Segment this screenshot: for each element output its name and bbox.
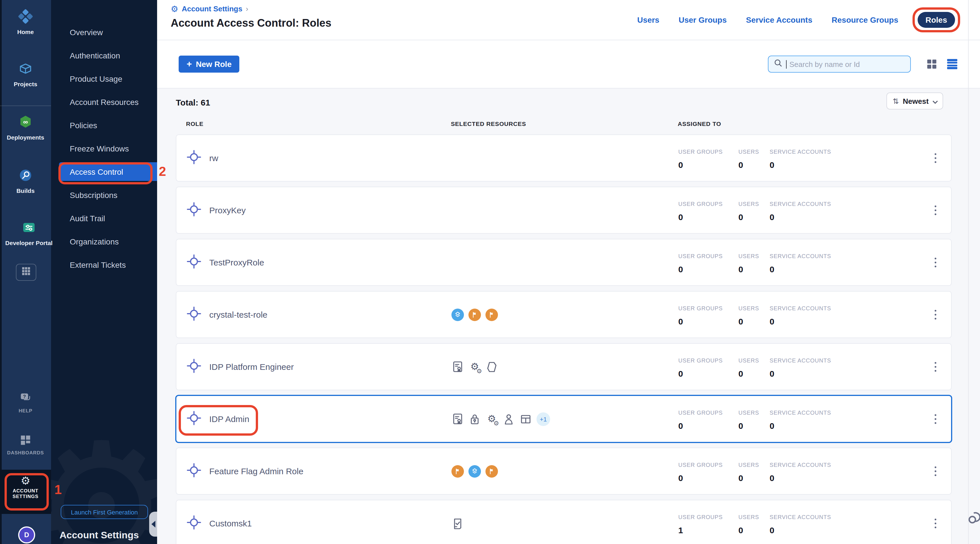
template-icon: [485, 361, 498, 373]
app-window: Home Projects ∞ Deployments Builds Devel…: [0, 0, 980, 544]
file-certificate-icon: [452, 361, 464, 373]
rail-label-projects: Projects: [14, 81, 37, 87]
service-accounts-count: 0: [770, 369, 775, 379]
role-card[interactable]: Feature Flag Admin Role USER GROUPS 0 US…: [176, 448, 951, 495]
role-card[interactable]: Customsk1 USER GROUPS 1 USERS 0 SERVICE …: [176, 500, 951, 544]
tab-user-groups[interactable]: User Groups: [679, 15, 727, 24]
row-actions-menu[interactable]: [932, 464, 939, 479]
row-actions-menu[interactable]: [932, 412, 939, 426]
user-groups-label: USER GROUPS: [678, 514, 723, 520]
role-card[interactable]: rw USER GROUPS 0 USERS 0 SERVICE ACCOUNT…: [176, 134, 951, 181]
row-actions-menu[interactable]: [932, 255, 939, 270]
user-avatar[interactable]: D: [18, 527, 35, 544]
account-settings-gear-icon: ⚙: [21, 476, 30, 486]
sidebar-item-policies[interactable]: Policies: [51, 113, 157, 137]
svg-text:∞: ∞: [23, 118, 28, 126]
grid-view-button[interactable]: [927, 59, 937, 69]
left-rail: Home Projects ∞ Deployments Builds Devel…: [0, 0, 51, 544]
roles-toolbar: + New Role: [157, 40, 980, 89]
role-cell: Feature Flag Admin Role: [186, 448, 304, 494]
role-card[interactable]: ProxyKey USER GROUPS 0 USERS 0 SERVICE A…: [176, 187, 951, 234]
developer-portal-icon: [22, 220, 36, 237]
overflow-count-badge: +1: [536, 412, 550, 426]
launch-first-generation-button[interactable]: Launch First Generation: [61, 505, 148, 519]
rail-item-developer-portal[interactable]: Developer Portal: [0, 220, 58, 246]
user-groups-count: 0: [678, 317, 683, 326]
role-cell: IDP Admin: [186, 396, 249, 442]
selected-resources: [452, 465, 498, 477]
row-actions-menu[interactable]: [932, 151, 939, 165]
user-groups-count: 1: [678, 525, 683, 535]
sidebar-item-authentication[interactable]: Authentication: [51, 44, 157, 67]
search-input[interactable]: [788, 59, 905, 69]
service-accounts-count: 0: [770, 160, 775, 170]
role-card[interactable]: IDP Admin ⚙⚙+1 USER GROUPS 0 USERS 0 SER…: [176, 395, 951, 442]
users-label: USERS: [738, 149, 759, 155]
sidebar-item-subscriptions[interactable]: Subscriptions: [51, 183, 157, 207]
rail-item-deployments[interactable]: ∞ Deployments: [0, 115, 51, 141]
users-label: USERS: [738, 201, 759, 207]
rail-item-projects[interactable]: Projects: [0, 61, 51, 87]
sidebar-item-audit-trail[interactable]: Audit Trail: [51, 207, 157, 230]
role-card[interactable]: TestProxyRole USER GROUPS 0 USERS 0 SERV…: [176, 239, 951, 286]
tab-resource-groups[interactable]: Resource Groups: [832, 15, 898, 24]
sidebar-item-overview[interactable]: Overview: [51, 21, 157, 44]
plus-icon: +: [186, 60, 192, 68]
rail-item-help[interactable]: ? HELP: [0, 391, 51, 414]
sidebar-item-product-usage[interactable]: Product Usage: [51, 67, 157, 90]
sidebar-item-organizations[interactable]: Organizations: [51, 230, 157, 253]
role-name: TestProxyRole: [209, 258, 264, 267]
rail-item-account-settings[interactable]: ⚙ ACCOUNT SETTINGS: [0, 476, 51, 499]
user-groups-label: USER GROUPS: [678, 410, 723, 416]
scrollbar-track[interactable]: [968, 0, 969, 544]
gears-icon: ⚙⚙: [468, 361, 481, 373]
list-view-button[interactable]: [947, 59, 957, 69]
service-accounts-count: 0: [770, 212, 775, 222]
modules-grid-icon: [22, 267, 30, 278]
dashboards-icon: [20, 434, 31, 448]
service-accounts-label: SERVICE ACCOUNTS: [770, 201, 831, 207]
sort-dropdown[interactable]: ⇅ Newest: [886, 92, 943, 110]
feature-flags-icon: [485, 465, 498, 477]
text-cursor: [786, 60, 787, 68]
role-card[interactable]: crystal-test-role USER GROUPS 0 USERS 0 …: [176, 291, 951, 338]
sidebar-item-freeze-windows[interactable]: Freeze Windows: [51, 137, 157, 160]
tab-roles[interactable]: Roles: [918, 12, 955, 28]
home-icon: [18, 9, 33, 26]
sidebar-item-account-resources[interactable]: Account Resources: [51, 90, 157, 113]
rail-item-dashboards[interactable]: DASHBOARDS: [0, 434, 51, 456]
svg-text:?: ?: [23, 394, 26, 399]
row-actions-menu[interactable]: [932, 307, 939, 322]
rail-item-builds[interactable]: Builds: [0, 168, 51, 194]
roles-list: rw USER GROUPS 0 USERS 0 SERVICE ACCOUNT…: [176, 134, 951, 544]
role-crosshair-icon: [186, 254, 201, 271]
rail-item-home[interactable]: Home: [0, 9, 51, 35]
breadcrumb-link[interactable]: Account Settings: [182, 5, 242, 13]
feature-flags-icon: [452, 465, 464, 477]
tab-users[interactable]: Users: [637, 15, 659, 24]
role-cell: Customsk1: [186, 500, 252, 544]
role-card[interactable]: IDP Platform Engineer ⚙⚙ USER GROUPS 0 U…: [176, 343, 951, 390]
users-count: 0: [738, 212, 743, 222]
row-actions-menu[interactable]: [932, 203, 939, 218]
support-chat-icon[interactable]: [966, 508, 980, 530]
deployments-icon: ∞: [18, 115, 33, 132]
projects-icon: [18, 61, 33, 78]
annotation-number-1: 1: [54, 482, 62, 498]
role-name: rw: [209, 153, 218, 163]
rail-divider: [0, 105, 51, 106]
sidebar-collapse-handle[interactable]: [149, 512, 157, 537]
sidebar-item-access-control[interactable]: Access Control: [59, 162, 157, 181]
column-selected-resources: SELECTED RESOURCES: [451, 120, 526, 127]
modules-grid-button[interactable]: [16, 264, 36, 281]
chevron-down-icon: [933, 96, 938, 106]
row-actions-menu[interactable]: [932, 359, 939, 374]
users-label: USERS: [738, 410, 759, 416]
row-actions-menu[interactable]: [932, 516, 939, 531]
breadcrumb: ⚙ Account Settings ›: [171, 5, 248, 13]
tab-service-accounts[interactable]: Service Accounts: [746, 15, 812, 24]
new-role-button[interactable]: + New Role: [179, 56, 240, 73]
users-count: 0: [738, 160, 743, 170]
rail-label-deployments: Deployments: [7, 134, 44, 141]
sidebar-item-external-tickets[interactable]: External Tickets: [51, 253, 157, 276]
